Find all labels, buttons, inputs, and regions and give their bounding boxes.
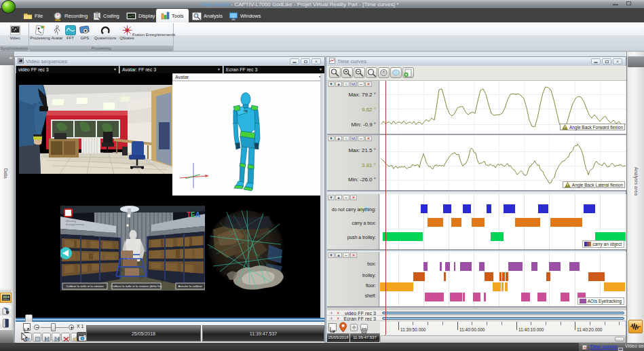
- svg-text:TEA: TEA: [187, 211, 200, 219]
- svg-text:Enregistrement: Enregistrement: [66, 223, 85, 226]
- svg-text:Avatar: Avatar: [175, 75, 189, 79]
- svg-text:Annuler la calibrat: Annuler la calibrat: [178, 284, 202, 288]
- svg-text:TEA: TEA: [243, 110, 248, 113]
- svg-text:Calibrer la taille et la rotat: Calibrer la taille et la rotation (délai…: [111, 284, 162, 288]
- svg-text:Calibrer la taille et la rotat: Calibrer la taille et la rotation: [66, 284, 104, 288]
